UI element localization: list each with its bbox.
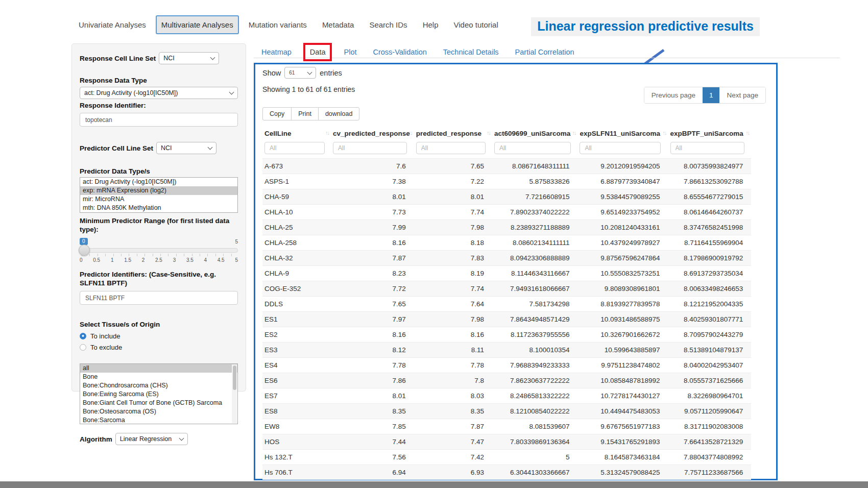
value-cell: 8.16 (414, 327, 492, 343)
sort-icon[interactable]: ↑↓ (487, 130, 490, 136)
sort-icon[interactable]: ↑↓ (572, 130, 575, 136)
filter-input-expbptf-unisarcoma[interactable] (670, 142, 744, 154)
column-header-cellline[interactable]: ↑↓CellLine (262, 125, 331, 141)
value-cell: 8.00735993824977 (668, 159, 752, 174)
option-bone-giant-cell-tumor-of-bone-gctb-sarcoma[interactable]: Bone:Giant Cell Tumor of Bone (GCTB) Sar… (80, 399, 237, 407)
table-row[interactable]: ES88.358.358.1210085402222210.4494475483… (262, 404, 751, 419)
option-bone-osteosarcoma-os[interactable]: Bone:Osteosarcoma (OS) (80, 407, 237, 416)
tissue-list[interactable]: allBoneBone:Chondrosarcoma (CHS)Bone:Ewi… (80, 363, 238, 424)
predictor-identifiers-input[interactable] (80, 291, 238, 305)
download-button[interactable]: download (318, 107, 360, 120)
nav-tab-search-ids[interactable]: Search IDs (364, 15, 413, 34)
option-bone-ewing-sarcoma-es[interactable]: Bone:Ewing Sarcoma (ES) (80, 390, 237, 399)
option-mir-microrna[interactable]: mir: MicroRNA (80, 195, 237, 204)
filter-input-expslfn11-unisarcoma[interactable] (580, 142, 661, 154)
tab-plot[interactable]: Plot (344, 48, 356, 56)
slider-handle[interactable] (79, 245, 90, 256)
column-header-predicted-response[interactable]: ↑↓predicted_response (414, 125, 492, 141)
table-row[interactable]: CHLA-2588.168.188.0860213411111110.43792… (262, 235, 751, 251)
tab-heatmap[interactable]: Heatmap (261, 48, 292, 56)
table-row[interactable]: ES17.977.987.8643494857142910.0931486588… (262, 312, 751, 327)
nav-tab-multivariate-analyses[interactable]: Multivariate Analyses (156, 15, 239, 34)
nav-tab-help[interactable]: Help (417, 15, 444, 34)
table-row[interactable]: EW87.857.878.0815396079.676756519771838.… (262, 419, 751, 434)
predictor-cell-line-set-select[interactable]: NCI (156, 142, 216, 154)
show-entries-select[interactable]: 61 (284, 67, 316, 79)
option-bone[interactable]: Bone (80, 373, 237, 381)
table-row[interactable]: HOS7.447.477.803398691363649.15431765291… (262, 434, 751, 450)
option-mth-dna-850k-methylation[interactable]: mth: DNA 850K Methylation (80, 204, 237, 212)
tab-data[interactable]: Data (303, 43, 332, 61)
table-row[interactable]: CHLA-107.737.747.890233740222229.6514923… (262, 205, 751, 220)
tab-cross-validation[interactable]: Cross-Validation (373, 48, 426, 56)
table-row[interactable]: ASPS-17.387.225.8758338266.8879773934084… (262, 174, 751, 189)
response-data-type-select[interactable]: act: Drug Activity (-log10[IC50M]) (80, 87, 238, 99)
value-cell: 8.12121952004335 (668, 297, 752, 312)
table-row[interactable]: ES47.787.787.968839492333339.97511238474… (262, 358, 751, 373)
min-predictor-range-slider[interactable]: 0 5 00.511.522.533.544.55 (80, 238, 238, 264)
previous-page-button[interactable]: Previous page (644, 87, 703, 103)
table-row[interactable]: DDLS7.657.647.5817342988.819392778395788… (262, 297, 751, 312)
value-cell: 8.081539607 (492, 419, 578, 434)
value-cell: 8.09423306888889 (492, 251, 578, 266)
algorithm-select[interactable]: Linear Regression (115, 433, 188, 445)
option-bone-sarcoma[interactable]: Bone:Sarcoma (80, 416, 237, 424)
slider-tick-labels: 00.511.522.533.544.55 (80, 257, 238, 263)
current-page-button[interactable]: 1 (703, 87, 720, 103)
value-cell: 8.18 (414, 235, 492, 251)
option-all[interactable]: all (80, 364, 237, 373)
value-cell: 7.7216608915 (492, 189, 578, 205)
column-header-cv-predicted-response[interactable]: ↑↓cv_predicted_response (331, 125, 414, 141)
tab-technical-details[interactable]: Technical Details (443, 48, 499, 56)
column-header-expslfn11-unisarcoma[interactable]: ↑↓expSLFN11_uniSarcoma (577, 125, 668, 141)
table-row[interactable]: CHLA-257.997.988.2389327118888910.208124… (262, 220, 751, 235)
table-row[interactable]: CHA-598.018.017.72166089159.538445790892… (262, 189, 751, 205)
scrollbar-thumb[interactable] (233, 365, 236, 390)
radio-button-icon[interactable] (80, 344, 86, 351)
column-header-expbptf-unisarcoma[interactable]: ↑↓expBPTF_uniSarcoma (668, 125, 752, 141)
option-exp-mrna-expression-log2[interactable]: exp: mRNA Expression (log2) (80, 186, 237, 195)
filter-input-cellline[interactable] (264, 142, 325, 154)
filter-input-act609699-unisarcoma[interactable] (494, 142, 571, 154)
response-cell-line-set-select[interactable]: NCI (159, 52, 219, 64)
tab-partial-correlation[interactable]: Partial Correlation (515, 48, 574, 56)
table-row[interactable]: ES38.128.118.10001035410.5996438858978.5… (262, 343, 751, 358)
radio-to-exclude[interactable]: To exclude (80, 344, 238, 351)
copy-button[interactable]: Copy (262, 107, 292, 120)
table-row[interactable]: A-6737.67.658.086716483111119.2012091959… (262, 159, 751, 174)
nav-tab-metadata[interactable]: Metadata (317, 15, 360, 34)
radio-button-icon[interactable] (80, 333, 86, 339)
sort-icon[interactable]: ↑↓ (325, 130, 329, 136)
option-act-drug-activity-log10-ic50m[interactable]: act: Drug Activity (-log10[IC50M]) (80, 178, 237, 186)
table-row[interactable]: CHLA-327.877.838.094233068888899.8756759… (262, 251, 751, 266)
column-label: CellLine (264, 130, 292, 137)
table-row[interactable]: ES28.168.168.1172363795555610.3267901662… (262, 327, 751, 343)
filter-input-predicted-response[interactable] (416, 142, 486, 154)
value-cell: 7.88043774808992 (668, 450, 752, 465)
app-window: Univariate AnalysesMultivariate Analyses… (0, 0, 868, 488)
table-row[interactable]: ES78.018.038.2486581332222210.7278174430… (262, 388, 751, 404)
tissue-list-scrollbar[interactable] (232, 364, 237, 423)
radio-to-include[interactable]: To include (80, 332, 238, 340)
slider-track[interactable] (80, 248, 238, 253)
table-row[interactable]: ES67.867.87.8623063772222210.08584878189… (262, 373, 751, 388)
sort-icon[interactable]: ↑↓ (663, 130, 666, 136)
sort-icon[interactable]: ↑↓ (745, 130, 749, 136)
nav-tab-univariate-analyses[interactable]: Univariate Analyses (73, 15, 152, 34)
value-cell: 8.71164155969904 (668, 235, 752, 251)
print-button[interactable]: Print (291, 107, 319, 120)
filter-input-cv-predicted-response[interactable] (333, 142, 407, 154)
value-cell: 8.12100854022222 (492, 404, 578, 419)
predictor-data-type-list[interactable]: act: Drug Activity (-log10[IC50M])exp: m… (80, 177, 238, 213)
next-page-button[interactable]: Next page (719, 87, 765, 103)
table-row[interactable]: CHLA-98.238.198.1144634311666710.5550832… (262, 266, 751, 281)
option-bone-chondrosarcoma-chs[interactable]: Bone:Chondrosarcoma (CHS) (80, 381, 237, 390)
nav-tab-video-tutorial[interactable]: Video tutorial (448, 15, 503, 34)
table-row[interactable]: Hs 706.T6.946.936.304413033666675.313245… (262, 465, 751, 480)
table-row[interactable]: COG-E-3527.727.747.949316180666679.80893… (262, 281, 751, 297)
nav-tab-mutation-variants[interactable]: Mutation variants (243, 15, 312, 34)
table-row[interactable]: Hs 132.T7.567.4258.16458734631847.880437… (262, 450, 751, 465)
value-cell: 7.74 (414, 281, 492, 297)
column-header-act609699-unisarcoma[interactable]: ↑↓act609699_uniSarcoma (492, 125, 578, 141)
response-identifier-input[interactable] (80, 113, 238, 127)
